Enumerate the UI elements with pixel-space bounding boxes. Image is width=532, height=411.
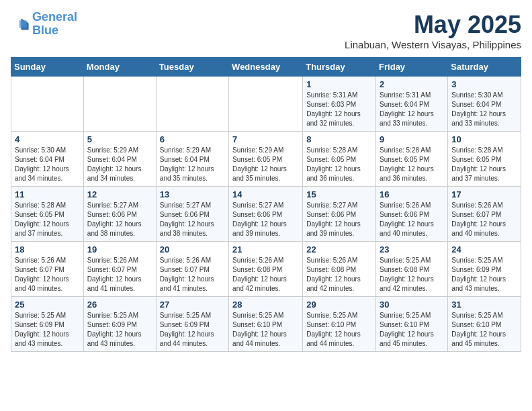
day-info: Sunrise: 5:28 AMSunset: 6:05 PMDaylight:… bbox=[380, 146, 444, 183]
day-info: Sunrise: 5:28 AMSunset: 6:05 PMDaylight:… bbox=[15, 201, 80, 238]
day-info: Sunrise: 5:25 AMSunset: 6:09 PMDaylight:… bbox=[160, 311, 225, 349]
day-info: Sunrise: 5:31 AMSunset: 6:03 PMDaylight:… bbox=[306, 91, 372, 128]
day-number: 31 bbox=[451, 300, 517, 310]
day-number: 8 bbox=[306, 134, 372, 144]
calendar-cell: 20Sunrise: 5:26 AMSunset: 6:07 PMDayligh… bbox=[156, 242, 228, 297]
day-info: Sunrise: 5:30 AMSunset: 6:04 PMDaylight:… bbox=[15, 146, 80, 183]
day-number: 24 bbox=[451, 244, 517, 255]
day-info: Sunrise: 5:25 AMSunset: 6:09 PMDaylight:… bbox=[87, 311, 152, 349]
weekday-header-wednesday: Wednesday bbox=[229, 58, 303, 77]
calendar-cell: 13Sunrise: 5:27 AMSunset: 6:06 PMDayligh… bbox=[156, 187, 228, 242]
day-info: Sunrise: 5:26 AMSunset: 6:07 PMDaylight:… bbox=[451, 201, 517, 238]
calendar-cell: 24Sunrise: 5:25 AMSunset: 6:09 PMDayligh… bbox=[448, 242, 521, 297]
calendar-cell: 12Sunrise: 5:27 AMSunset: 6:06 PMDayligh… bbox=[83, 187, 156, 242]
calendar-cell: 9Sunrise: 5:28 AMSunset: 6:05 PMDaylight… bbox=[376, 132, 448, 187]
calendar-week-2: 4Sunrise: 5:30 AMSunset: 6:04 PMDaylight… bbox=[11, 132, 521, 187]
day-info: Sunrise: 5:28 AMSunset: 6:05 PMDaylight:… bbox=[451, 146, 517, 183]
calendar-week-1: 1Sunrise: 5:31 AMSunset: 6:03 PMDaylight… bbox=[11, 77, 521, 132]
calendar-cell: 8Sunrise: 5:28 AMSunset: 6:05 PMDaylight… bbox=[303, 132, 376, 187]
calendar-week-4: 18Sunrise: 5:26 AMSunset: 6:07 PMDayligh… bbox=[11, 242, 521, 297]
day-number: 23 bbox=[380, 244, 444, 255]
calendar-week-5: 25Sunrise: 5:25 AMSunset: 6:09 PMDayligh… bbox=[11, 297, 521, 352]
day-info: Sunrise: 5:27 AMSunset: 6:06 PMDaylight:… bbox=[160, 201, 225, 238]
day-number: 21 bbox=[232, 244, 299, 255]
day-info: Sunrise: 5:29 AMSunset: 6:05 PMDaylight:… bbox=[232, 146, 299, 183]
day-number: 7 bbox=[232, 134, 299, 144]
day-number: 27 bbox=[160, 300, 225, 310]
day-info: Sunrise: 5:29 AMSunset: 6:04 PMDaylight:… bbox=[160, 146, 225, 183]
day-info: Sunrise: 5:25 AMSunset: 6:09 PMDaylight:… bbox=[451, 256, 517, 293]
calendar-cell bbox=[229, 77, 303, 132]
calendar-cell: 14Sunrise: 5:27 AMSunset: 6:06 PMDayligh… bbox=[229, 187, 303, 242]
weekday-header-tuesday: Tuesday bbox=[156, 58, 228, 77]
calendar-table: SundayMondayTuesdayWednesdayThursdayFrid… bbox=[11, 57, 521, 352]
page-header: General Blue May 2025 Linabuan, Western … bbox=[11, 11, 521, 50]
day-info: Sunrise: 5:25 AMSunset: 6:10 PMDaylight:… bbox=[306, 311, 372, 349]
day-number: 2 bbox=[380, 79, 444, 89]
calendar-cell: 27Sunrise: 5:25 AMSunset: 6:09 PMDayligh… bbox=[156, 297, 228, 352]
day-number: 6 bbox=[160, 134, 225, 144]
day-number: 9 bbox=[380, 134, 444, 144]
calendar-title: May 2025 bbox=[345, 11, 521, 39]
day-number: 13 bbox=[160, 189, 225, 199]
day-info: Sunrise: 5:25 AMSunset: 6:10 PMDaylight:… bbox=[232, 311, 299, 349]
calendar-cell: 7Sunrise: 5:29 AMSunset: 6:05 PMDaylight… bbox=[229, 132, 303, 187]
calendar-cell: 22Sunrise: 5:26 AMSunset: 6:08 PMDayligh… bbox=[303, 242, 376, 297]
weekday-header-thursday: Thursday bbox=[303, 58, 376, 77]
weekday-header-friday: Friday bbox=[376, 58, 448, 77]
day-number: 15 bbox=[306, 189, 372, 199]
day-info: Sunrise: 5:29 AMSunset: 6:04 PMDaylight:… bbox=[87, 146, 152, 183]
day-number: 22 bbox=[306, 244, 372, 255]
logo-text: General Blue bbox=[32, 11, 77, 38]
day-number: 10 bbox=[451, 134, 517, 144]
day-number: 1 bbox=[306, 79, 372, 89]
calendar-cell: 18Sunrise: 5:26 AMSunset: 6:07 PMDayligh… bbox=[11, 242, 84, 297]
calendar-cell: 21Sunrise: 5:26 AMSunset: 6:08 PMDayligh… bbox=[229, 242, 303, 297]
calendar-cell: 23Sunrise: 5:25 AMSunset: 6:08 PMDayligh… bbox=[376, 242, 448, 297]
calendar-cell: 1Sunrise: 5:31 AMSunset: 6:03 PMDaylight… bbox=[303, 77, 376, 132]
calendar-cell: 17Sunrise: 5:26 AMSunset: 6:07 PMDayligh… bbox=[448, 187, 521, 242]
day-number: 30 bbox=[380, 300, 444, 310]
day-info: Sunrise: 5:26 AMSunset: 6:06 PMDaylight:… bbox=[380, 201, 444, 238]
calendar-cell: 4Sunrise: 5:30 AMSunset: 6:04 PMDaylight… bbox=[11, 132, 84, 187]
day-number: 14 bbox=[232, 189, 299, 199]
calendar-cell: 2Sunrise: 5:31 AMSunset: 6:04 PMDaylight… bbox=[376, 77, 448, 132]
day-info: Sunrise: 5:27 AMSunset: 6:06 PMDaylight:… bbox=[232, 201, 299, 238]
logo-icon bbox=[11, 15, 30, 34]
calendar-cell: 25Sunrise: 5:25 AMSunset: 6:09 PMDayligh… bbox=[11, 297, 84, 352]
day-number: 19 bbox=[87, 244, 152, 255]
day-info: Sunrise: 5:26 AMSunset: 6:08 PMDaylight:… bbox=[306, 256, 372, 293]
day-info: Sunrise: 5:25 AMSunset: 6:10 PMDaylight:… bbox=[451, 311, 517, 349]
day-info: Sunrise: 5:26 AMSunset: 6:07 PMDaylight:… bbox=[160, 256, 225, 293]
day-number: 4 bbox=[15, 134, 80, 144]
calendar-subtitle: Linabuan, Western Visayas, Philippines bbox=[345, 39, 521, 50]
day-info: Sunrise: 5:25 AMSunset: 6:09 PMDaylight:… bbox=[15, 311, 80, 349]
day-info: Sunrise: 5:27 AMSunset: 6:06 PMDaylight:… bbox=[306, 201, 372, 238]
day-number: 28 bbox=[232, 300, 299, 310]
day-number: 25 bbox=[15, 300, 80, 310]
day-number: 12 bbox=[87, 189, 152, 199]
calendar-cell: 31Sunrise: 5:25 AMSunset: 6:10 PMDayligh… bbox=[448, 297, 521, 352]
day-info: Sunrise: 5:25 AMSunset: 6:10 PMDaylight:… bbox=[380, 311, 444, 349]
logo: General Blue bbox=[11, 11, 77, 38]
day-number: 20 bbox=[160, 244, 225, 255]
day-number: 5 bbox=[87, 134, 152, 144]
day-info: Sunrise: 5:28 AMSunset: 6:05 PMDaylight:… bbox=[306, 146, 372, 183]
calendar-cell bbox=[156, 77, 228, 132]
day-info: Sunrise: 5:26 AMSunset: 6:07 PMDaylight:… bbox=[15, 256, 80, 293]
day-number: 17 bbox=[451, 189, 517, 199]
svg-marker-2 bbox=[19, 20, 27, 28]
day-number: 29 bbox=[306, 300, 372, 310]
day-info: Sunrise: 5:26 AMSunset: 6:08 PMDaylight:… bbox=[232, 256, 299, 293]
day-info: Sunrise: 5:31 AMSunset: 6:04 PMDaylight:… bbox=[380, 91, 444, 128]
calendar-body: 1Sunrise: 5:31 AMSunset: 6:03 PMDaylight… bbox=[11, 77, 521, 352]
day-number: 18 bbox=[15, 244, 80, 255]
calendar-cell: 3Sunrise: 5:30 AMSunset: 6:04 PMDaylight… bbox=[448, 77, 521, 132]
calendar-cell: 15Sunrise: 5:27 AMSunset: 6:06 PMDayligh… bbox=[303, 187, 376, 242]
calendar-cell: 5Sunrise: 5:29 AMSunset: 6:04 PMDaylight… bbox=[83, 132, 156, 187]
day-info: Sunrise: 5:27 AMSunset: 6:06 PMDaylight:… bbox=[87, 201, 152, 238]
day-number: 3 bbox=[451, 79, 517, 89]
day-number: 16 bbox=[380, 189, 444, 199]
day-number: 26 bbox=[87, 300, 152, 310]
weekday-header-monday: Monday bbox=[83, 58, 156, 77]
